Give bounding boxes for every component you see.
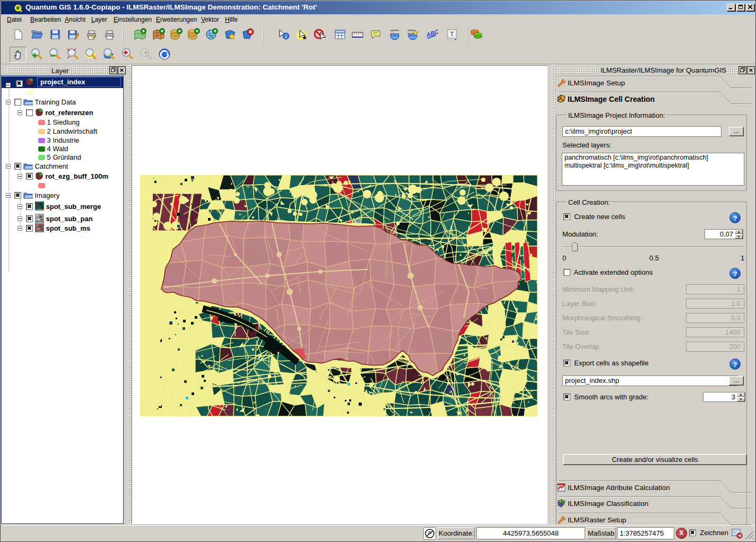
svg-text:HOME: HOME	[389, 30, 400, 34]
svg-text:T: T	[450, 31, 454, 38]
